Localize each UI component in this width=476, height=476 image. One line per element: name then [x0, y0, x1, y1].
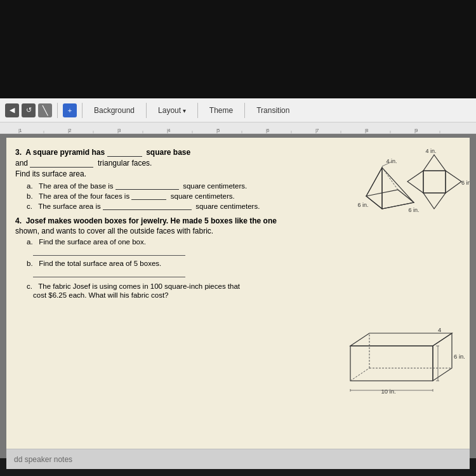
separator-5 [244, 103, 245, 118]
cursor-icon[interactable]: ╲ [38, 103, 52, 117]
svg-text:6 in.: 6 in. [461, 180, 470, 186]
notes-bar[interactable]: dd speaker notes [6, 449, 470, 469]
q3-find-label: Find its surface area. [15, 169, 461, 178]
blank-q3a [116, 182, 179, 190]
svg-text:10 in.: 10 in. [381, 388, 395, 395]
q4-title: 4. Josef makes wooden boxes for jewelry.… [15, 216, 461, 225]
separator-4 [197, 103, 198, 118]
q3-title: 3. A square pyramid has square base [15, 148, 461, 157]
q4b-answer-line [33, 268, 185, 277]
slide: 3. A square pyramid has square base and … [6, 138, 470, 449]
question-3-block: 3. A square pyramid has square base and … [15, 148, 461, 210]
toolbar: ◀ ↺ ╲ + Background Layout Theme Transiti… [0, 98, 476, 122]
question-4-block: 4. Josef makes wooden boxes for jewelry.… [15, 216, 461, 299]
q3-faces: and triangular faces. [15, 159, 461, 168]
notes-text: dd speaker notes [14, 455, 72, 464]
slide-wrapper: 3. A square pyramid has square base and … [0, 134, 476, 458]
q4c-line2: cost $6.25 each. What will his fabric co… [33, 291, 461, 299]
box-svg: 10 in. 6 in. 4 [338, 327, 465, 397]
q4-line2: shown, and wants to cover all the outsid… [15, 227, 461, 235]
q4a-label: a. Find the surface area of one box. [27, 238, 461, 246]
blank-q3c [103, 202, 192, 210]
svg-text:4: 4 [438, 326, 441, 333]
q3c-text: c. The surface area is square centimeter… [27, 202, 461, 210]
blank-q3-faces [30, 159, 93, 168]
separator-2 [82, 103, 83, 118]
transition-button[interactable]: Transition [250, 103, 296, 117]
q4c-label: c. The fabric Josef is using comes in 10… [27, 282, 461, 290]
q3a-text: a. The area of the base is square centim… [27, 182, 461, 190]
separator-1 [57, 103, 58, 118]
q4a-answer-line [33, 247, 185, 256]
ruler: 1 2 3 4 5 6 7 8 9 [0, 122, 476, 134]
separator-3 [146, 103, 147, 118]
svg-marker-37 [433, 333, 452, 381]
back-icon[interactable]: ◀ [5, 103, 19, 117]
add-icon[interactable]: + [63, 103, 77, 117]
top-dark-bar [0, 0, 476, 98]
svg-marker-36 [350, 333, 452, 346]
layout-button[interactable]: Layout [152, 103, 192, 117]
blank-q3-base [107, 149, 142, 157]
q4b-label: b. Find the total surface area of 5 boxe… [27, 260, 461, 267]
background-button[interactable]: Background [88, 103, 141, 117]
svg-rect-35 [350, 346, 433, 381]
box-diagram-area: 10 in. 6 in. 4 [338, 327, 465, 397]
svg-line-38 [350, 368, 369, 381]
svg-text:6 in.: 6 in. [454, 353, 465, 360]
q3b-text: b. The area of the four faces is square … [27, 192, 461, 200]
theme-button[interactable]: Theme [203, 103, 239, 117]
blank-q3b [131, 192, 166, 200]
undo-icon[interactable]: ↺ [22, 103, 36, 117]
